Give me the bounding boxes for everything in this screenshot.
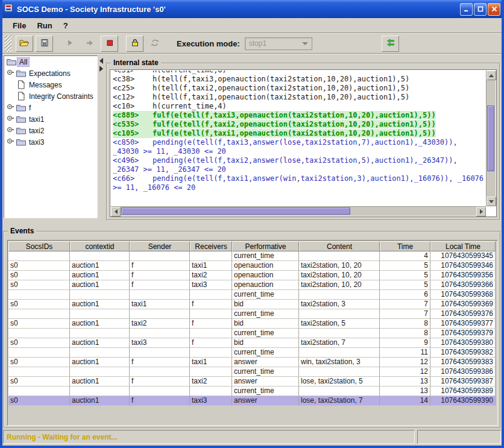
event-cell: 11 (380, 348, 430, 358)
event-row[interactable]: current_time121076430599386 (8, 367, 496, 377)
divider-collapse-left-icon[interactable] (99, 58, 103, 64)
event-cell: taxi3 (190, 280, 232, 290)
state-line: <c105>fulf(e(tell(f,taxi1,openauction(ta… (113, 129, 486, 138)
internal-state-text[interactable]: <c51>h(current_time,6)<c38>h(tell(f,taxi… (111, 71, 486, 206)
vertical-scrollbar[interactable] (486, 71, 496, 206)
title-bar[interactable]: SOCS Demo - Society Infrastructure 's0' (0, 0, 504, 18)
event-cell: 13 (380, 377, 430, 386)
maximize-button[interactable] (474, 3, 487, 16)
lock-button[interactable] (126, 36, 143, 52)
scroll-down-button[interactable] (487, 197, 496, 206)
tree-item-f[interactable]: f (4, 102, 97, 113)
save-button[interactable] (36, 36, 53, 52)
event-cell: 1076430599376 (430, 309, 496, 319)
event-row[interactable]: s0auction1ftaxi3answerlose, taxi2station… (8, 396, 496, 406)
event-cell: 6 (380, 290, 430, 300)
arrow-up-icon (489, 74, 494, 77)
tree-expander-icon[interactable] (6, 68, 16, 79)
event-row[interactable]: s0auction1ftaxi1openauctiontaxi2station,… (8, 261, 496, 271)
column-header-local-time[interactable]: Local Time (430, 241, 496, 251)
event-row[interactable]: current_time111076430599382 (8, 348, 496, 358)
event-cell: s0 (8, 338, 70, 348)
event-cell: taxi3 (190, 396, 232, 406)
tree-item-all[interactable]: All (4, 56, 97, 68)
event-cell: win, taxi2station, 3 (299, 358, 380, 367)
column-header-socsids[interactable]: SocsIDs (8, 241, 70, 251)
event-row[interactable]: s0auction1ftaxi2openauctiontaxi2station,… (8, 271, 496, 280)
event-row[interactable]: s0auction1taxi2fbidtaxi2station, 5810764… (8, 319, 496, 329)
stop-button[interactable] (101, 36, 118, 52)
column-header-sender[interactable]: Sender (130, 241, 190, 251)
column-header-time[interactable]: Time (380, 241, 430, 251)
chevron-down-icon (302, 42, 308, 45)
menu-file[interactable]: File (7, 20, 31, 31)
column-header-receivers[interactable]: Receivers (190, 241, 232, 251)
scroll-up-button[interactable] (487, 71, 496, 80)
open-button[interactable] (16, 36, 33, 52)
tree-item-expectations[interactable]: Expectations (4, 68, 97, 79)
tree-item-taxi1[interactable]: taxi1 (4, 113, 97, 125)
state-line: <c535>fulf(e(tell(f,taxi2,openauction(ta… (113, 120, 486, 129)
minimize-icon (464, 6, 470, 12)
event-cell (70, 251, 130, 261)
tree-expander-icon[interactable] (6, 137, 16, 148)
scroll-right-button[interactable] (476, 207, 486, 216)
arrow-left-icon (115, 209, 118, 214)
event-row[interactable]: s0auction1ftaxi2answerlose, taxi2station… (8, 377, 496, 386)
column-header-contextid[interactable]: contextid (70, 241, 130, 251)
tree-item-taxi3[interactable]: taxi3 (4, 136, 97, 148)
event-cell (130, 386, 190, 396)
column-header-content[interactable]: Content (299, 241, 380, 251)
vertical-scroll-thumb[interactable] (487, 106, 494, 171)
event-row[interactable]: current_time131076430599389 (8, 386, 496, 396)
event-cell: current_time (232, 251, 299, 261)
event-row[interactable]: s0auction1ftaxi1answerwin, taxi2station,… (8, 358, 496, 367)
event-cell: s0 (8, 377, 70, 386)
tree-item-taxi2[interactable]: taxi2 (4, 125, 97, 136)
event-row[interactable]: current_time41076430599345 (8, 251, 496, 261)
folder-icon (16, 103, 27, 112)
tree-item-label: Messages (27, 81, 64, 89)
toolbar-drag-handle[interactable] (5, 36, 11, 52)
event-cell: auction1 (70, 280, 130, 290)
event-row[interactable]: current_time71076430599376 (8, 309, 496, 319)
state-line: <c51>h(current_time,6) (113, 71, 486, 75)
event-cell (299, 251, 380, 261)
close-button[interactable] (488, 3, 500, 16)
scroll-left-button[interactable] (111, 207, 121, 216)
event-cell: taxi3 (130, 338, 190, 348)
tree-expander-icon[interactable] (6, 114, 16, 125)
column-header-performative[interactable]: Performative (232, 241, 299, 251)
tree-expander-icon[interactable] (6, 103, 16, 113)
event-cell: current_time (232, 309, 299, 319)
execution-mode-label: Execution mode: (177, 39, 240, 48)
state-line: _26347 >= 11, _26347 <= 20 (113, 165, 486, 174)
menu-run[interactable]: Run (31, 20, 57, 31)
event-row[interactable]: current_time81076430599379 (8, 329, 496, 338)
horizontal-scrollbar[interactable] (111, 206, 486, 216)
event-cell: 1076430599366 (430, 280, 496, 290)
event-cell: f (130, 261, 190, 271)
tree-item-label: All (17, 58, 29, 66)
divider-collapse-right-icon[interactable] (99, 66, 103, 72)
minimize-button[interactable] (460, 3, 473, 16)
internal-state-title: Internal state (111, 58, 161, 67)
event-cell: taxi2station, 5 (299, 319, 380, 329)
event-row[interactable]: s0auction1ftaxi3openauctiontaxi2station,… (8, 280, 496, 290)
event-cell: f (130, 377, 190, 386)
event-cell: 12 (380, 367, 430, 377)
stop-icon (105, 38, 115, 49)
tree-expander-icon[interactable] (6, 125, 16, 136)
tree-item-integrity-constraints[interactable]: Integrity Constraints (4, 90, 97, 102)
folder-icon (6, 57, 17, 66)
event-row[interactable]: s0auction1taxi1fbidtaxi2station, 3710764… (8, 300, 496, 309)
tree-item-messages[interactable]: Messages (4, 79, 97, 90)
horizontal-scroll-thumb[interactable] (121, 207, 350, 215)
event-row[interactable]: s0auction1taxi3fbidtaxi2station, 7910764… (8, 338, 496, 348)
splitpane-divider[interactable] (98, 55, 106, 218)
menu-help[interactable]: ? (58, 20, 74, 31)
update-society-button[interactable] (382, 36, 399, 52)
execution-mode-value: stop1 (249, 39, 302, 48)
event-row[interactable]: current_time61076430599368 (8, 290, 496, 300)
event-cell: f (130, 396, 190, 406)
